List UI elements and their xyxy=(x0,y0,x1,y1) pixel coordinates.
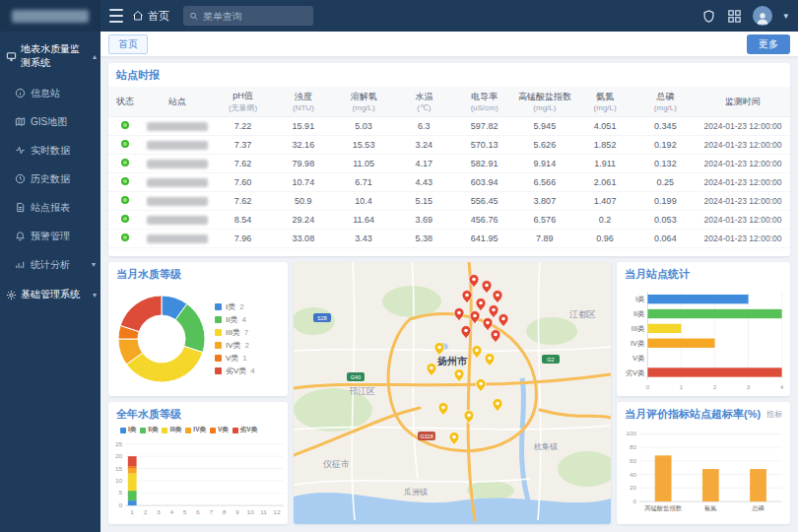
chevron-down-icon[interactable]: ▾ xyxy=(783,11,788,21)
stack-legend: I类II类III类IV类V类劣V类 xyxy=(116,426,257,434)
value-cell: 15.91 xyxy=(273,117,333,136)
time-cell: 2024-01-23 12:00:00 xyxy=(696,192,790,211)
time-cell: 2024-01-23 12:00:00 xyxy=(696,117,790,136)
value-cell: 3.807 xyxy=(514,192,574,211)
svg-text:100: 100 xyxy=(626,430,636,436)
legend-item[interactable]: IV类2 xyxy=(215,340,255,351)
shield-icon[interactable] xyxy=(701,9,716,24)
legend-item[interactable]: V类1 xyxy=(215,353,255,364)
station-name-redacted xyxy=(147,122,208,131)
sidebar-group-label: 基础管理系统 xyxy=(21,288,80,301)
sidebar-group-system[interactable]: 地表水质量监测系统 ▴ xyxy=(0,33,100,79)
tab-home[interactable]: 首页 xyxy=(108,34,148,54)
value-cell: 3.69 xyxy=(394,211,454,230)
legend-item[interactable]: V类 xyxy=(210,426,229,434)
svg-text:G328: G328 xyxy=(420,433,432,439)
svg-text:9: 9 xyxy=(235,508,239,514)
value-cell: 4.43 xyxy=(394,173,454,192)
sidebar-item-history-data[interactable]: 历史数据 xyxy=(0,165,100,193)
table-row[interactable]: 7.3732.1615.533.24570.135.6261.8520.1922… xyxy=(108,136,790,155)
value-cell: 6.566 xyxy=(514,173,574,192)
tabbar: 首页 更多 xyxy=(100,32,798,57)
table-header-row: 状态站点pH值(无量纲)浊度(NTU)溶解氧(mg/L)水温(℃)电导率(uS/… xyxy=(108,87,790,117)
value-cell: 456.76 xyxy=(454,211,514,230)
legend-item[interactable]: II类 xyxy=(140,426,158,434)
legend-item[interactable]: 劣V类 xyxy=(233,426,257,434)
sidebar-item-station-report[interactable]: 站点报表 xyxy=(0,193,100,222)
status-dot-green xyxy=(121,196,129,204)
column-header: 电导率(uS/cm) xyxy=(454,87,514,117)
value-cell: 7.62 xyxy=(213,155,273,173)
sidebar-item-realtime-data[interactable]: 实时数据 xyxy=(0,136,100,165)
map-label-district: 仪征市 xyxy=(322,459,350,469)
station-name-redacted xyxy=(147,141,208,150)
table-row[interactable]: 7.9633.083.435.38641.957.890.960.0642024… xyxy=(108,230,790,248)
column-header: 浊度(NTU) xyxy=(273,87,333,117)
station-report-table: 状态站点pH值(无量纲)浊度(NTU)溶解氧(mg/L)水温(℃)电导率(uS/… xyxy=(108,87,790,248)
svg-text:5: 5 xyxy=(183,508,187,514)
sidebar-item-statistics[interactable]: 统计分析 ▾ xyxy=(0,250,100,279)
table-row[interactable]: 8.5429.2411.643.69456.766.5760.20.053202… xyxy=(108,211,790,230)
table-row[interactable]: 7.6250.910.45.15556.453.8071.4070.199202… xyxy=(108,192,790,211)
table-row[interactable]: 7.6010.746.714.43603.946.5662.0610.25202… xyxy=(108,173,790,192)
time-cell: 2024-01-23 12:00:00 xyxy=(696,230,790,248)
year-grade-stacked-chart: 0510152025123456789101112 xyxy=(108,438,288,524)
legend-item[interactable]: 劣V类4 xyxy=(215,366,255,376)
value-cell: 15.53 xyxy=(334,136,394,155)
value-cell: 79.98 xyxy=(273,155,333,173)
table-row[interactable]: 7.6279.9811.054.17582.919.9141.9110.1322… xyxy=(108,155,790,173)
station-report-panel: 站点时报 状态站点pH值(无量纲)浊度(NTU)溶解氧(mg/L)水温(℃)电导… xyxy=(108,63,790,256)
menu-search[interactable] xyxy=(183,6,313,26)
apps-grid-icon[interactable] xyxy=(727,9,742,24)
month-exceed-rate-chart: 020406080100高锰酸盐指数氨氮总磷 xyxy=(617,426,790,524)
svg-text:4: 4 xyxy=(169,508,173,514)
time-cell: 2024-01-23 12:00:00 xyxy=(696,211,790,230)
more-button[interactable]: 更多 xyxy=(747,34,790,54)
svg-text:III类: III类 xyxy=(632,324,644,333)
svg-text:1: 1 xyxy=(680,383,684,390)
legend-item[interactable]: III类 xyxy=(162,426,181,434)
avatar[interactable] xyxy=(753,6,772,26)
column-header: 溶解氧(mg/L) xyxy=(334,87,394,117)
sidebar-item-alert-management[interactable]: 预警管理 xyxy=(0,222,100,250)
road-shield: G40 xyxy=(347,372,365,381)
info-icon xyxy=(15,88,26,99)
donut-legend: I类2II类4III类7IV类2V类1劣V类4 xyxy=(215,301,255,376)
legend-item[interactable]: I类 xyxy=(120,426,136,434)
svg-text:0: 0 xyxy=(119,501,123,507)
value-cell: 0.345 xyxy=(635,117,696,136)
svg-text:0: 0 xyxy=(646,383,650,390)
time-cell: 2024-01-23 12:00:00 xyxy=(696,136,790,155)
map-label-district: 邗江区 xyxy=(349,386,375,396)
column-header: 监测时间 xyxy=(696,87,790,117)
sidebar-item-info-station[interactable]: 信息站 xyxy=(0,79,100,107)
svg-text:G40: G40 xyxy=(351,374,361,380)
legend-item[interactable]: III类7 xyxy=(215,327,255,338)
column-header: pH值(无量纲) xyxy=(213,87,273,117)
chart-caption: 指标 xyxy=(766,409,782,420)
svg-text:20: 20 xyxy=(115,453,123,459)
menu-toggle-icon[interactable] xyxy=(100,0,132,32)
search-input[interactable] xyxy=(203,11,307,22)
table-row[interactable]: 7.2215.915.036.3597.825.9454.0510.345202… xyxy=(108,117,790,136)
legend-item[interactable]: I类2 xyxy=(215,301,255,312)
map-label-city: 扬州市 xyxy=(436,356,468,366)
legend-item[interactable]: II类4 xyxy=(215,314,255,325)
value-cell: 8.54 xyxy=(213,211,273,230)
station-name-redacted xyxy=(147,160,208,168)
breadcrumb[interactable]: 首页 xyxy=(132,9,169,24)
sidebar-item-gis-map[interactable]: GIS地图 xyxy=(0,107,100,136)
svg-text:高锰酸盐指数: 高锰酸盐指数 xyxy=(644,504,682,512)
legend-item[interactable]: IV类 xyxy=(185,426,206,434)
month-station-stats-panel: 当月站点统计 01234I类II类III类IV类V类劣V类 xyxy=(617,262,790,396)
svg-text:I类: I类 xyxy=(635,295,644,303)
value-cell: 0.25 xyxy=(635,173,696,192)
city-map[interactable]: S28 G40 G2 G328 扬州市 江都区 仪征市 邗江区 杭集镇 瓜洲镇 xyxy=(294,262,611,524)
dashboard-content: 站点时报 状态站点pH值(无量纲)浊度(NTU)溶解氧(mg/L)水温(℃)电导… xyxy=(100,57,798,532)
report-doc-icon xyxy=(15,202,26,213)
column-header: 站点 xyxy=(142,87,213,117)
station-name-redacted xyxy=(147,197,208,206)
sidebar-group-base-management[interactable]: 基础管理系统 ▾ xyxy=(0,279,100,310)
value-cell: 603.94 xyxy=(454,173,514,192)
value-cell: 11.64 xyxy=(334,211,394,230)
